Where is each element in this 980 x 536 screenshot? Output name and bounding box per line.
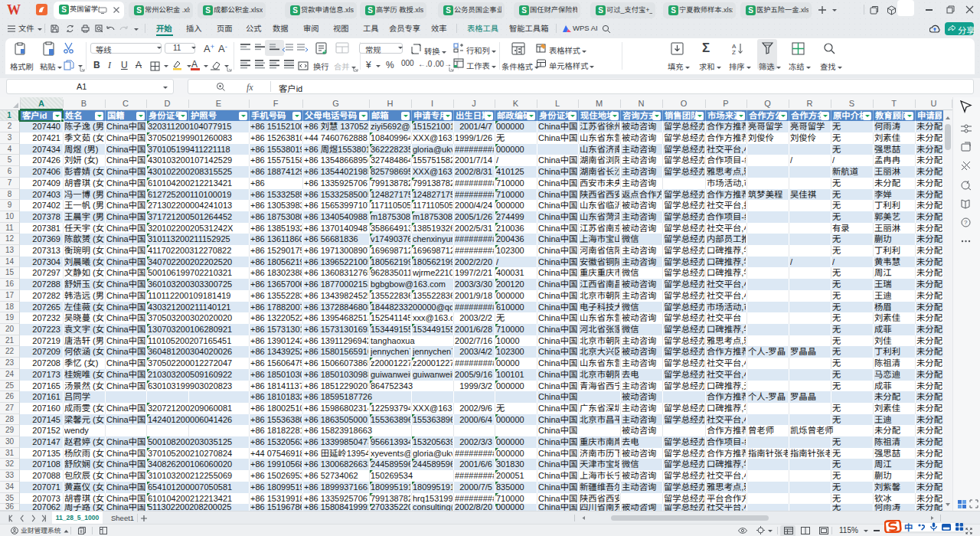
- svg-text:Z: Z: [732, 49, 736, 55]
- svg-text:W: W: [7, 2, 21, 18]
- svg-text:?: ?: [964, 219, 968, 226]
